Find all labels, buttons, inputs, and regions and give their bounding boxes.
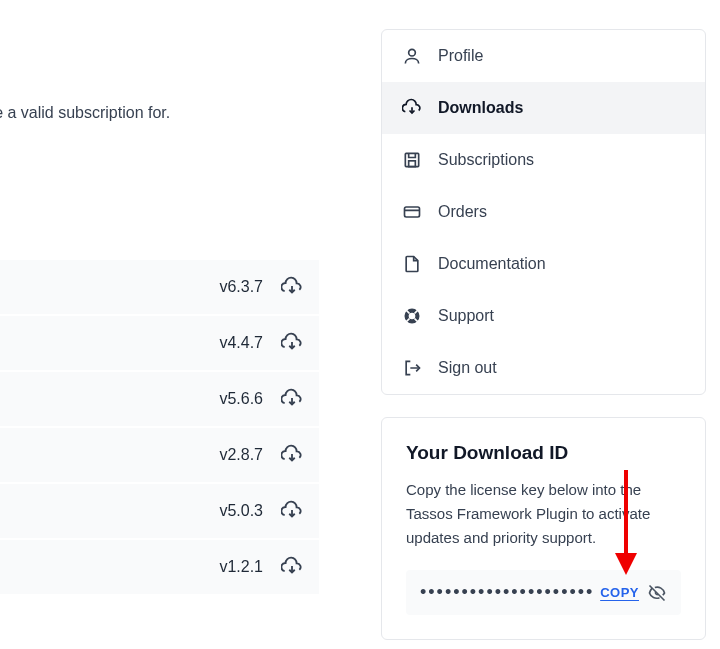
cloud-download-icon[interactable] bbox=[281, 332, 303, 354]
sidebar-item-subscriptions[interactable]: Subscriptions bbox=[382, 134, 705, 186]
sidebar-item-label: Orders bbox=[438, 203, 487, 221]
sidebar-item-label: Sign out bbox=[438, 359, 497, 377]
user-icon bbox=[402, 46, 422, 66]
file-icon bbox=[402, 254, 422, 274]
life-ring-icon bbox=[402, 306, 422, 326]
download-row: v5.6.6 bbox=[0, 372, 319, 426]
sidebar-item-label: Downloads bbox=[438, 99, 523, 117]
sidebar-item-label: Support bbox=[438, 307, 494, 325]
download-row: v6.3.7 bbox=[0, 260, 319, 314]
sidebar-menu: Profile Downloads Subscriptions Orders D… bbox=[381, 29, 706, 395]
card-title: Your Download ID bbox=[406, 442, 681, 464]
sign-out-icon bbox=[402, 358, 422, 378]
download-version: v4.4.7 bbox=[219, 334, 263, 352]
sidebar-item-profile[interactable]: Profile bbox=[382, 30, 705, 82]
sidebar-item-documentation[interactable]: Documentation bbox=[382, 238, 705, 290]
sidebar-item-support[interactable]: Support bbox=[382, 290, 705, 342]
sidebar-item-label: Profile bbox=[438, 47, 483, 65]
eye-off-icon[interactable] bbox=[647, 583, 667, 603]
license-key-box: •••••••••••••••••••••••• COPY bbox=[406, 570, 681, 615]
sidebar-item-signout[interactable]: Sign out bbox=[382, 342, 705, 394]
download-version: v5.0.3 bbox=[219, 502, 263, 520]
license-key-masked: •••••••••••••••••••••••• bbox=[420, 582, 592, 603]
save-icon bbox=[402, 150, 422, 170]
cloud-download-icon[interactable] bbox=[281, 276, 303, 298]
download-id-card: Your Download ID Copy the license key be… bbox=[381, 417, 706, 640]
sidebar-item-downloads[interactable]: Downloads bbox=[382, 82, 705, 134]
download-row: v2.8.7 bbox=[0, 428, 319, 482]
intro-text: u have a valid subscription for. bbox=[0, 104, 170, 122]
sidebar-item-label: Documentation bbox=[438, 255, 546, 273]
sidebar-item-label: Subscriptions bbox=[438, 151, 534, 169]
cloud-download-icon[interactable] bbox=[281, 388, 303, 410]
cloud-download-icon[interactable] bbox=[281, 500, 303, 522]
download-row: v4.4.7 bbox=[0, 316, 319, 370]
credit-card-icon bbox=[402, 202, 422, 222]
svg-rect-2 bbox=[409, 161, 416, 167]
download-version: v1.2.1 bbox=[219, 558, 263, 576]
download-version: v5.6.6 bbox=[219, 390, 263, 408]
download-row: v1.2.1 bbox=[0, 540, 319, 594]
download-version: v2.8.7 bbox=[219, 446, 263, 464]
card-description: Copy the license key below into the Tass… bbox=[406, 478, 681, 550]
download-version: v6.3.7 bbox=[219, 278, 263, 296]
svg-point-5 bbox=[409, 313, 416, 320]
cloud-download-icon[interactable] bbox=[281, 444, 303, 466]
download-row: v5.0.3 bbox=[0, 484, 319, 538]
download-list: v6.3.7 v4.4.7 v5.6.6 v2.8.7 v5.0.3 bbox=[0, 260, 319, 596]
svg-rect-3 bbox=[405, 207, 420, 217]
svg-point-0 bbox=[409, 49, 416, 56]
cloud-download-icon[interactable] bbox=[281, 556, 303, 578]
sidebar-item-orders[interactable]: Orders bbox=[382, 186, 705, 238]
copy-button[interactable]: COPY bbox=[600, 585, 639, 600]
cloud-download-icon bbox=[402, 98, 422, 118]
